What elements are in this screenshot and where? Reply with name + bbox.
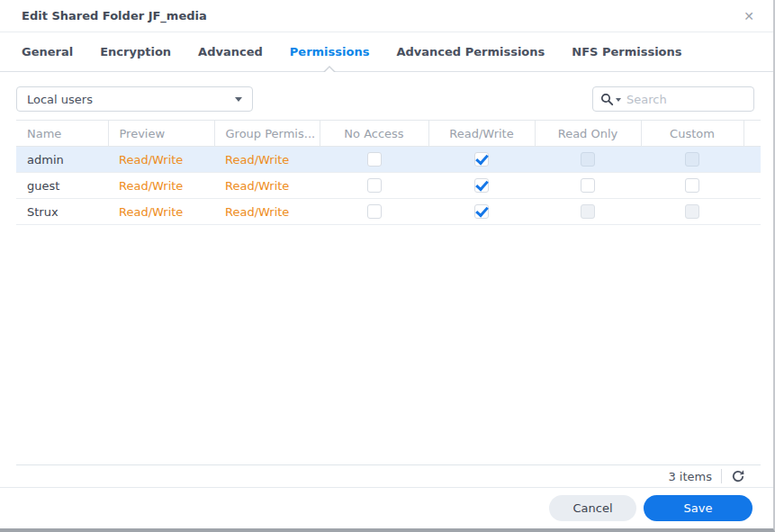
tab-general[interactable]: General	[22, 32, 73, 71]
tab-bar: General Encryption Advanced Permissions …	[0, 32, 773, 72]
tab-permissions[interactable]: Permissions	[290, 32, 370, 71]
column-header-no-access[interactable]: No Access	[320, 121, 428, 147]
preview-value: Read/Write	[108, 173, 214, 199]
preview-value: Read/Write	[108, 199, 214, 225]
status-divider	[721, 469, 722, 483]
group-permission-value: Read/Write	[214, 173, 320, 199]
save-button[interactable]: Save	[644, 495, 752, 521]
dialog-title: Edit Shared Folder JF_media	[22, 9, 207, 23]
table-row-guest[interactable]: guest Read/Write Read/Write	[16, 173, 761, 199]
custom-checkbox[interactable]	[685, 178, 699, 193]
no-access-checkbox[interactable]	[367, 178, 382, 193]
status-bar: 3 items	[0, 465, 773, 487]
user-name: Strux	[16, 199, 108, 225]
dialog-titlebar: Edit Shared Folder JF_media ✕	[0, 0, 773, 32]
custom-checkbox	[685, 204, 699, 219]
table-row-strux[interactable]: Strux Read/Write Read/Write	[16, 199, 761, 225]
column-header-read-write[interactable]: Read/Write	[428, 121, 535, 147]
search-box[interactable]	[592, 86, 754, 112]
chevron-down-icon	[235, 97, 242, 102]
tab-encryption[interactable]: Encryption	[100, 32, 171, 71]
column-header-preview[interactable]: Preview	[108, 121, 214, 147]
edit-shared-folder-dialog: Edit Shared Folder JF_media ✕ General En…	[0, 0, 775, 532]
search-input[interactable]	[626, 93, 746, 106]
custom-checkbox	[685, 152, 699, 167]
column-header-group-permissions[interactable]: Group Permis...	[214, 121, 320, 147]
user-type-dropdown-value: Local users	[27, 93, 93, 106]
close-icon[interactable]: ✕	[743, 10, 754, 23]
button-bar: Cancel Save	[0, 488, 773, 528]
read-only-checkbox	[581, 204, 595, 219]
no-access-checkbox[interactable]	[367, 152, 382, 167]
toolbar: Local users	[0, 72, 773, 120]
user-name: guest	[16, 173, 108, 199]
search-filter-caret-icon[interactable]	[616, 98, 621, 102]
column-header-name[interactable]: Name	[16, 121, 108, 147]
tab-advanced-permissions[interactable]: Advanced Permissions	[396, 32, 545, 71]
read-only-checkbox	[581, 152, 595, 167]
table-header-row: Name Preview Group Permis... No Access R…	[16, 121, 761, 147]
column-header-custom[interactable]: Custom	[641, 121, 743, 147]
group-permission-value: Read/Write	[214, 147, 320, 173]
items-count: 3 items	[668, 470, 712, 483]
column-header-read-only[interactable]: Read Only	[535, 121, 641, 147]
permissions-table: Name Preview Group Permis... No Access R…	[16, 120, 761, 465]
no-access-checkbox[interactable]	[367, 204, 382, 219]
read-write-checkbox[interactable]	[474, 152, 489, 167]
search-icon	[600, 93, 614, 106]
read-write-checkbox[interactable]	[474, 204, 489, 219]
cancel-button[interactable]: Cancel	[549, 495, 636, 521]
read-only-checkbox[interactable]	[581, 178, 595, 193]
preview-value: Read/Write	[108, 147, 214, 173]
table-row-admin[interactable]: admin Read/Write Read/Write	[16, 147, 761, 173]
refresh-icon[interactable]	[731, 469, 745, 483]
user-type-dropdown[interactable]: Local users	[16, 86, 253, 112]
group-permission-value: Read/Write	[214, 199, 320, 225]
tab-nfs-permissions[interactable]: NFS Permissions	[572, 32, 681, 71]
read-write-checkbox[interactable]	[474, 178, 489, 193]
user-name: admin	[16, 147, 108, 173]
tab-advanced[interactable]: Advanced	[198, 32, 263, 71]
column-header-filler	[743, 121, 761, 147]
